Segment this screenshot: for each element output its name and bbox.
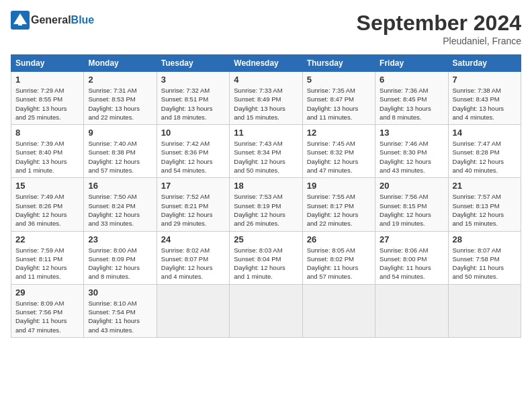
calendar-cell: 27Sunrise: 8:06 AMSunset: 8:00 PMDayligh… xyxy=(375,231,448,284)
header-row: SundayMondayTuesdayWednesdayThursdayFrid… xyxy=(11,55,521,72)
calendar-cell: 30Sunrise: 8:10 AMSunset: 7:54 PMDayligh… xyxy=(84,284,157,337)
calendar-table: SundayMondayTuesdayWednesdayThursdayFrid… xyxy=(11,54,521,338)
cell-info: Sunrise: 8:06 AMSunset: 8:00 PMDaylight:… xyxy=(380,246,443,281)
day-number: 25 xyxy=(234,234,298,244)
cell-info: Sunrise: 7:57 AMSunset: 8:13 PMDaylight:… xyxy=(453,192,517,228)
day-number: 26 xyxy=(307,234,371,244)
cell-info: Sunrise: 7:42 AMSunset: 8:36 PMDaylight:… xyxy=(161,139,225,175)
cell-info: Sunrise: 7:29 AMSunset: 8:55 PMDaylight:… xyxy=(15,86,79,122)
cell-info: Sunrise: 7:53 AMSunset: 8:19 PMDaylight:… xyxy=(234,192,298,228)
location: Pleudaniel, France xyxy=(357,36,521,46)
day-number: 13 xyxy=(380,128,443,138)
calendar-cell: 5Sunrise: 7:35 AMSunset: 8:47 PMDaylight… xyxy=(302,72,375,125)
calendar-cell: 4Sunrise: 7:33 AMSunset: 8:49 PMDaylight… xyxy=(230,72,302,125)
cell-info: Sunrise: 8:07 AMSunset: 7:58 PMDaylight:… xyxy=(453,246,517,281)
cell-info: Sunrise: 7:56 AMSunset: 8:15 PMDaylight:… xyxy=(380,192,443,228)
day-number: 20 xyxy=(380,181,443,191)
calendar-cell: 3Sunrise: 7:32 AMSunset: 8:51 PMDaylight… xyxy=(157,72,229,125)
logo-icon xyxy=(11,11,30,30)
calendar-cell: 9Sunrise: 7:40 AMSunset: 8:38 PMDaylight… xyxy=(84,125,157,178)
day-number: 11 xyxy=(234,128,298,138)
title-block: September 2024 Pleudaniel, France xyxy=(357,11,521,46)
calendar-cell: 1Sunrise: 7:29 AMSunset: 8:55 PMDaylight… xyxy=(11,72,84,125)
day-number: 16 xyxy=(88,181,152,191)
day-number: 23 xyxy=(88,234,152,244)
day-number: 30 xyxy=(88,287,152,298)
calendar-cell xyxy=(302,284,375,337)
calendar-cell: 15Sunrise: 7:49 AMSunset: 8:26 PMDayligh… xyxy=(11,178,84,231)
calendar-cell: 28Sunrise: 8:07 AMSunset: 7:58 PMDayligh… xyxy=(448,231,521,284)
calendar-cell: 2Sunrise: 7:31 AMSunset: 8:53 PMDaylight… xyxy=(84,72,157,125)
day-number: 27 xyxy=(380,234,443,244)
calendar-cell: 8Sunrise: 7:39 AMSunset: 8:40 PMDaylight… xyxy=(11,125,84,178)
col-header-wednesday: Wednesday xyxy=(230,55,302,72)
calendar-cell xyxy=(375,284,448,337)
col-header-thursday: Thursday xyxy=(302,55,375,72)
calendar-cell: 22Sunrise: 7:59 AMSunset: 8:11 PMDayligh… xyxy=(11,231,84,284)
col-header-sunday: Sunday xyxy=(11,55,84,72)
day-number: 2 xyxy=(88,75,152,85)
svg-rect-2 xyxy=(18,20,22,26)
col-header-saturday: Saturday xyxy=(448,55,521,72)
day-number: 21 xyxy=(453,181,517,191)
calendar-cell: 14Sunrise: 7:47 AMSunset: 8:28 PMDayligh… xyxy=(448,125,521,178)
day-number: 29 xyxy=(15,287,79,298)
calendar-cell: 19Sunrise: 7:55 AMSunset: 8:17 PMDayligh… xyxy=(302,178,375,231)
calendar-cell: 21Sunrise: 7:57 AMSunset: 8:13 PMDayligh… xyxy=(448,178,521,231)
cell-info: Sunrise: 7:52 AMSunset: 8:21 PMDaylight:… xyxy=(161,192,225,228)
day-number: 28 xyxy=(453,234,517,244)
cell-info: Sunrise: 7:35 AMSunset: 8:47 PMDaylight:… xyxy=(307,86,371,122)
cell-info: Sunrise: 8:05 AMSunset: 8:02 PMDaylight:… xyxy=(307,246,371,281)
cell-info: Sunrise: 8:03 AMSunset: 8:04 PMDaylight:… xyxy=(234,246,298,281)
calendar-cell: 18Sunrise: 7:53 AMSunset: 8:19 PMDayligh… xyxy=(230,178,302,231)
day-number: 19 xyxy=(307,181,371,191)
day-number: 3 xyxy=(161,75,225,85)
cell-info: Sunrise: 8:09 AMSunset: 7:56 PMDaylight:… xyxy=(15,299,79,334)
calendar-cell: 6Sunrise: 7:36 AMSunset: 8:45 PMDaylight… xyxy=(375,72,448,125)
calendar-cell: 10Sunrise: 7:42 AMSunset: 8:36 PMDayligh… xyxy=(157,125,229,178)
logo-general: General xyxy=(31,14,71,26)
cell-info: Sunrise: 7:59 AMSunset: 8:11 PMDaylight:… xyxy=(15,246,79,281)
cell-info: Sunrise: 7:46 AMSunset: 8:30 PMDaylight:… xyxy=(380,139,443,175)
col-header-friday: Friday xyxy=(375,55,448,72)
cell-info: Sunrise: 7:36 AMSunset: 8:45 PMDaylight:… xyxy=(380,86,443,122)
calendar-cell: 17Sunrise: 7:52 AMSunset: 8:21 PMDayligh… xyxy=(157,178,229,231)
cell-info: Sunrise: 7:49 AMSunset: 8:26 PMDaylight:… xyxy=(15,192,79,228)
cell-info: Sunrise: 8:10 AMSunset: 7:54 PMDaylight:… xyxy=(88,299,152,334)
day-number: 10 xyxy=(161,128,225,138)
calendar-cell: 12Sunrise: 7:45 AMSunset: 8:32 PMDayligh… xyxy=(302,125,375,178)
calendar-cell: 7Sunrise: 7:38 AMSunset: 8:43 PMDaylight… xyxy=(448,72,521,125)
cell-info: Sunrise: 7:50 AMSunset: 8:24 PMDaylight:… xyxy=(88,192,152,228)
day-number: 4 xyxy=(234,75,298,85)
cell-info: Sunrise: 7:55 AMSunset: 8:17 PMDaylight:… xyxy=(307,192,371,228)
cell-info: Sunrise: 7:39 AMSunset: 8:40 PMDaylight:… xyxy=(15,139,79,175)
day-number: 18 xyxy=(234,181,298,191)
calendar-cell: 25Sunrise: 8:03 AMSunset: 8:04 PMDayligh… xyxy=(230,231,302,284)
cell-info: Sunrise: 7:40 AMSunset: 8:38 PMDaylight:… xyxy=(88,139,152,175)
calendar-cell: 13Sunrise: 7:46 AMSunset: 8:30 PMDayligh… xyxy=(375,125,448,178)
col-header-monday: Monday xyxy=(84,55,157,72)
day-number: 9 xyxy=(88,128,152,138)
cell-info: Sunrise: 7:31 AMSunset: 8:53 PMDaylight:… xyxy=(88,86,152,122)
cell-info: Sunrise: 7:45 AMSunset: 8:32 PMDaylight:… xyxy=(307,139,371,175)
day-number: 1 xyxy=(15,75,79,85)
cell-info: Sunrise: 7:33 AMSunset: 8:49 PMDaylight:… xyxy=(234,86,298,122)
day-number: 12 xyxy=(307,128,371,138)
day-number: 24 xyxy=(161,234,225,244)
calendar-cell xyxy=(230,284,302,337)
day-number: 14 xyxy=(453,128,517,138)
calendar-cell: 11Sunrise: 7:43 AMSunset: 8:34 PMDayligh… xyxy=(230,125,302,178)
logo: GeneralBlue xyxy=(11,11,94,30)
cell-info: Sunrise: 7:47 AMSunset: 8:28 PMDaylight:… xyxy=(453,139,517,175)
calendar-cell: 16Sunrise: 7:50 AMSunset: 8:24 PMDayligh… xyxy=(84,178,157,231)
page-header: GeneralBlue September 2024 Pleudaniel, F… xyxy=(11,11,521,46)
day-number: 22 xyxy=(15,234,79,244)
cell-info: Sunrise: 7:43 AMSunset: 8:34 PMDaylight:… xyxy=(234,139,298,175)
day-number: 17 xyxy=(161,181,225,191)
calendar-cell: 20Sunrise: 7:56 AMSunset: 8:15 PMDayligh… xyxy=(375,178,448,231)
logo-blue: Blue xyxy=(71,14,95,26)
cell-info: Sunrise: 7:32 AMSunset: 8:51 PMDaylight:… xyxy=(161,86,225,122)
calendar-cell xyxy=(448,284,521,337)
col-header-tuesday: Tuesday xyxy=(157,55,229,72)
month-title: September 2024 xyxy=(357,11,521,36)
